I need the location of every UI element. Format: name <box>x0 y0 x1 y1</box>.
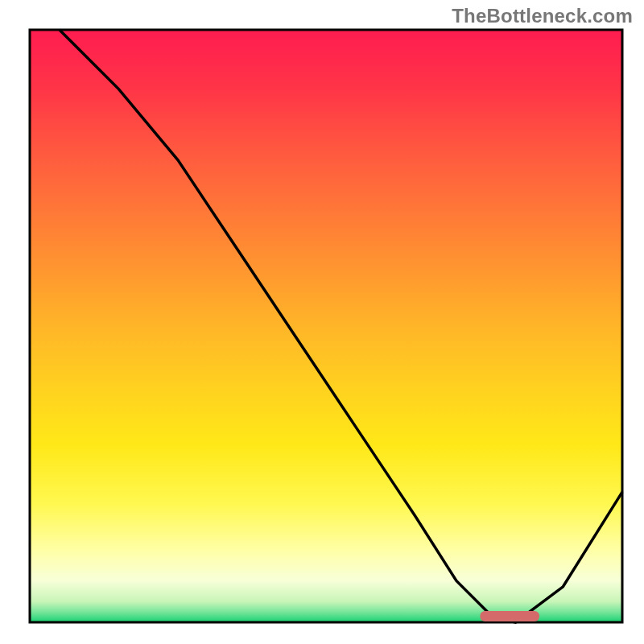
plot-background <box>30 30 622 622</box>
watermark-text: TheBottleneck.com <box>452 5 633 27</box>
chart-container: TheBottleneck.com <box>0 0 644 644</box>
optimal-range-marker <box>480 611 539 621</box>
bottleneck-chart <box>0 0 644 644</box>
